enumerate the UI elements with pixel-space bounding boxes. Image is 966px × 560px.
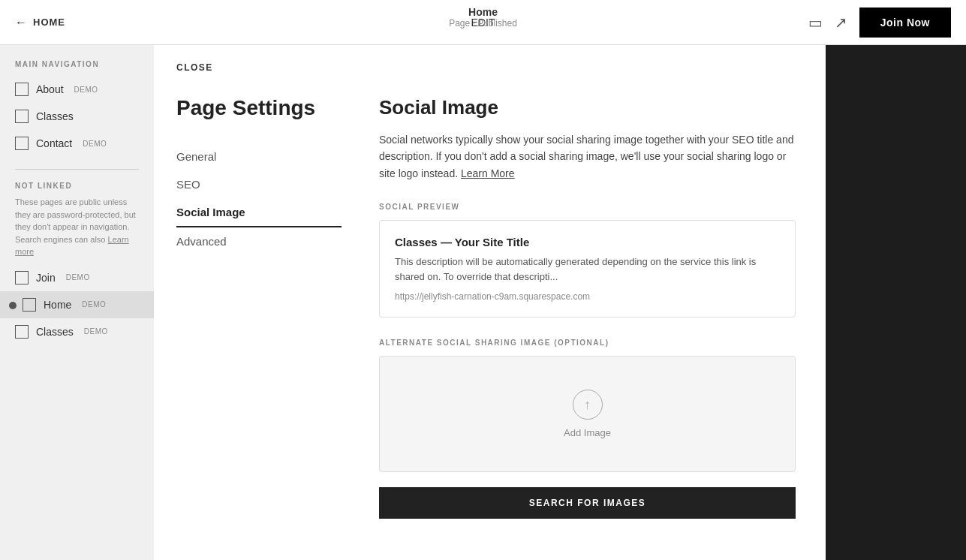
join-now-button[interactable]: Join Now <box>859 8 951 38</box>
preview-url: https://jellyfish-carnation-c9am.squares… <box>395 291 780 302</box>
sidebar-item-home[interactable]: Home DEMO <box>0 291 154 318</box>
preview-title: Classes — Your Site Title <box>395 236 780 248</box>
page-info: Home Page · Published <box>449 6 517 29</box>
tablet-icon[interactable]: ▭ <box>808 14 823 32</box>
sidebar-divider <box>15 169 139 170</box>
image-upload-area[interactable]: ↑ Add Image <box>379 356 796 472</box>
modal-body: Page Settings General SEO Social Image A… <box>154 81 826 560</box>
not-linked-label: NOT LINKED <box>0 182 154 196</box>
page-name: Home <box>449 6 517 18</box>
sidebar-item-about-badge: DEMO <box>74 86 98 94</box>
page-icon <box>15 137 29 150</box>
content-description: Social networks typically show your soci… <box>379 131 796 182</box>
sidebar-item-home-badge: DEMO <box>82 300 106 309</box>
sidebar-item-classes2-badge: DEMO <box>84 327 108 336</box>
alternate-image-label: ALTERNATE SOCIAL SHARING IMAGE (OPTIONAL… <box>379 339 796 347</box>
modal-title: Page Settings <box>176 96 342 120</box>
sidebar-item-join-name: Join <box>36 272 56 284</box>
home-back-label[interactable]: HOME <box>33 17 65 28</box>
add-image-label: Add Image <box>564 427 611 438</box>
preview-description: This description will be automatically g… <box>395 254 780 284</box>
sidebar-item-join[interactable]: Join DEMO <box>0 264 154 291</box>
sidebar-item-classes-2[interactable]: Classes DEMO <box>0 318 154 345</box>
social-preview-label: SOCIAL PREVIEW <box>379 203 796 211</box>
nav-item-general[interactable]: General <box>176 143 342 170</box>
modal-overlay: CLOSE Page Settings General SEO Social I… <box>154 45 966 560</box>
back-arrow-icon[interactable]: ← <box>15 16 27 29</box>
sidebar-item-contact[interactable]: Contact DEMO <box>0 130 154 157</box>
sidebar-item-join-badge: DEMO <box>66 273 90 282</box>
page-icon <box>15 83 29 96</box>
modal-nav: Page Settings General SEO Social Image A… <box>154 81 364 560</box>
modal-header: CLOSE <box>154 45 826 81</box>
page-settings-modal: CLOSE Page Settings General SEO Social I… <box>154 45 826 560</box>
main-nav-label: MAIN NAVIGATION <box>0 60 154 76</box>
top-bar: ← HOME EDIT Home Page · Published ▭ ↗ Jo… <box>0 0 966 45</box>
not-linked-desc: These pages are public unless they are p… <box>0 196 154 264</box>
sidebar-item-home-name: Home <box>44 299 71 311</box>
sidebar: MAIN NAVIGATION About DEMO Classes Conta… <box>0 45 154 560</box>
upload-icon: ↑ <box>573 390 603 420</box>
top-bar-right: ▭ ↗ Join Now <box>808 8 951 38</box>
modal-content-area: Social Image Social networks typically s… <box>364 81 826 560</box>
content-heading: Social Image <box>379 96 796 119</box>
nav-item-seo[interactable]: SEO <box>176 170 342 198</box>
search-images-button[interactable]: SEARCH FOR IMAGES <box>379 487 796 519</box>
page-icon <box>15 325 29 339</box>
sidebar-item-about-name: About <box>36 83 64 95</box>
nav-item-advanced[interactable]: Advanced <box>176 227 342 255</box>
sidebar-item-classes-name: Classes <box>36 110 74 122</box>
sidebar-item-contact-badge: DEMO <box>83 140 107 148</box>
page-icon <box>23 298 36 312</box>
page-icon <box>15 271 29 285</box>
sidebar-item-classes2-name: Classes <box>36 326 74 338</box>
social-preview-card: Classes — Your Site Title This descripti… <box>379 220 796 318</box>
page-icon <box>15 110 29 123</box>
home-active-indicator <box>9 302 17 309</box>
expand-icon[interactable]: ↗ <box>835 14 847 32</box>
sidebar-item-classes[interactable]: Classes <box>0 103 154 130</box>
nav-item-social-image[interactable]: Social Image <box>176 198 342 227</box>
page-status: Page · Published <box>449 18 517 29</box>
sidebar-item-about[interactable]: About DEMO <box>0 76 154 103</box>
sidebar-item-contact-name: Contact <box>36 137 72 149</box>
top-bar-left: ← HOME <box>15 16 65 29</box>
close-button[interactable]: CLOSE <box>176 62 213 73</box>
learn-more-link[interactable]: Learn More <box>461 167 515 179</box>
